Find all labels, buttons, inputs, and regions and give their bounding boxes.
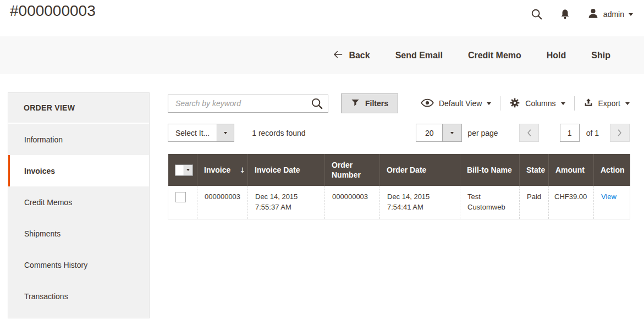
- sidebar-item-invoices[interactable]: Invoices: [8, 155, 149, 186]
- invoices-grid-panel: Filters Default View: [168, 93, 630, 219]
- cell-order-number: 000000003: [325, 186, 380, 219]
- current-page-input[interactable]: [560, 124, 580, 142]
- column-header-amount[interactable]: Amount: [549, 154, 594, 186]
- table-row: 000000003 Dec 14, 2015 7:55:37 AM 000000…: [168, 186, 630, 219]
- sidebar-item-information[interactable]: Information: [8, 124, 149, 155]
- cell-state: Paid: [520, 186, 549, 219]
- admin-user-menu[interactable]: admin: [587, 8, 633, 21]
- cell-select: [168, 186, 197, 219]
- filter-funnel-icon: [351, 98, 360, 109]
- search-submit-icon[interactable]: [311, 97, 323, 112]
- send-email-button[interactable]: Send Email: [395, 51, 443, 60]
- column-header-invoice[interactable]: Invoice↓: [197, 154, 248, 186]
- filters-button[interactable]: Filters: [341, 93, 398, 113]
- per-page-caret[interactable]: [442, 124, 462, 142]
- view-invoice-link[interactable]: View: [601, 192, 617, 201]
- previous-page-button[interactable]: [519, 124, 539, 142]
- sidebar-item-shipments[interactable]: Shipments: [8, 218, 149, 249]
- column-header-invoice-date[interactable]: Invoice Date: [248, 154, 325, 186]
- column-header-order-date[interactable]: Order Date: [380, 154, 460, 186]
- gear-icon: [509, 97, 520, 110]
- columns-button[interactable]: Columns: [500, 97, 574, 110]
- search-input[interactable]: [168, 95, 328, 112]
- eye-icon: [421, 98, 434, 109]
- select-all-dropdown[interactable]: [175, 164, 193, 176]
- select-all-checkbox[interactable]: [175, 164, 184, 176]
- mass-action-caret[interactable]: [217, 124, 234, 142]
- view-selector-button[interactable]: Default View: [412, 98, 500, 109]
- cell-bill-to-name: Test Customweb: [460, 186, 520, 219]
- ship-button[interactable]: Ship: [591, 51, 610, 60]
- hold-button[interactable]: Hold: [547, 51, 566, 60]
- records-found-text: 1 records found: [252, 129, 305, 137]
- cell-amount: CHF39.00: [549, 186, 594, 219]
- chevron-down-icon: [625, 102, 630, 105]
- select-all-caret[interactable]: [184, 164, 193, 176]
- cell-order-date: Dec 14, 2015 7:54:41 AM: [380, 186, 460, 219]
- column-header-action[interactable]: Action: [594, 154, 630, 186]
- export-button[interactable]: Export: [575, 98, 630, 109]
- row-checkbox[interactable]: [175, 192, 186, 202]
- admin-user-label: admin: [603, 10, 624, 19]
- grid-view-controls: Default View: [412, 96, 630, 111]
- chevron-down-icon: [629, 13, 633, 16]
- table-header-row: Invoice↓ Invoice Date Order Number Order…: [168, 154, 630, 186]
- chevron-left-icon: [526, 129, 532, 137]
- sidebar-item-credit-memos[interactable]: Credit Memos: [8, 186, 149, 218]
- sort-descending-icon: ↓: [239, 166, 245, 174]
- sidebar-item-comments-history[interactable]: Comments History: [8, 249, 149, 280]
- chevron-down-icon: [487, 102, 491, 105]
- pagination: 20 per page of 1: [416, 124, 630, 142]
- chevron-right-icon: [617, 129, 623, 137]
- column-header-state[interactable]: State: [520, 154, 549, 186]
- select-all-header: [168, 154, 197, 186]
- chevron-down-icon: [561, 102, 565, 105]
- mass-action-select[interactable]: Select It...: [168, 124, 234, 142]
- mass-action-label[interactable]: Select It...: [168, 124, 217, 142]
- credit-memo-button[interactable]: Credit Memo: [468, 51, 521, 60]
- cell-invoice: 000000003: [197, 186, 248, 219]
- per-page-select[interactable]: 20: [416, 124, 462, 142]
- back-arrow-icon: [332, 49, 343, 62]
- column-header-bill-to-name[interactable]: Bill-to Name: [460, 154, 520, 186]
- page-count-label: of 1: [586, 129, 599, 137]
- notifications-bell-icon[interactable]: [560, 9, 570, 20]
- per-page-label: per page: [467, 129, 498, 137]
- page-title: #000000003: [10, 2, 96, 20]
- back-button[interactable]: Back: [332, 49, 370, 62]
- grid-toolbar: Filters Default View: [168, 93, 630, 113]
- header-actions: admin: [531, 4, 633, 24]
- search-box: [168, 95, 328, 113]
- user-avatar-icon: [587, 8, 599, 21]
- export-icon: [584, 98, 593, 109]
- cell-invoice-date: Dec 14, 2015 7:55:37 AM: [248, 186, 325, 219]
- next-page-button[interactable]: [610, 124, 630, 142]
- sidebar-item-transactions[interactable]: Transactions: [8, 280, 149, 312]
- sidebar-title: ORDER VIEW: [8, 93, 149, 124]
- order-view-sidebar: ORDER VIEW Information Invoices Credit M…: [8, 92, 150, 318]
- grid-actions-row: Select It... 1 records found 20 per page…: [168, 124, 630, 142]
- order-action-bar: Back Send Email Credit Memo Hold Ship: [0, 36, 644, 74]
- cell-action: View: [594, 186, 630, 219]
- column-header-order-number[interactable]: Order Number: [325, 154, 380, 186]
- invoices-table: Invoice↓ Invoice Date Order Number Order…: [168, 154, 630, 219]
- per-page-value[interactable]: 20: [416, 124, 443, 142]
- search-icon[interactable]: [531, 8, 543, 20]
